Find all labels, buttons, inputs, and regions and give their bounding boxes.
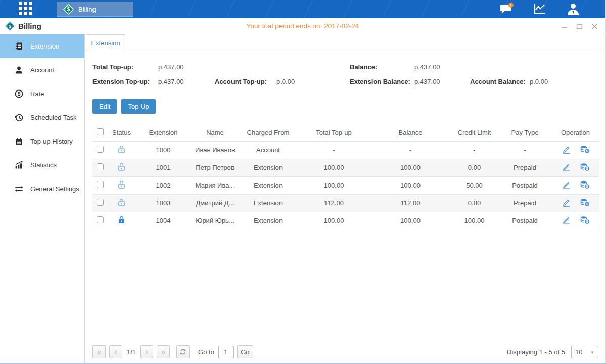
select-all-checkbox[interactable] bbox=[97, 128, 104, 135]
cell-balance: 100.00 bbox=[370, 212, 450, 230]
billing-app-tab[interactable]: $ Billing bbox=[57, 2, 133, 17]
lock-status-icon[interactable] bbox=[118, 145, 126, 154]
top-up-button[interactable]: Top Up bbox=[121, 99, 155, 114]
user-icon[interactable] bbox=[566, 3, 581, 16]
cell-total-top-up: 100.00 bbox=[297, 159, 370, 176]
cell-credit-limit: 50.00 bbox=[450, 176, 498, 194]
account-balance-label: Account Balance: bbox=[470, 78, 530, 85]
lock-status-icon[interactable] bbox=[118, 180, 126, 189]
cell-name: Юрий Юрь... bbox=[191, 212, 239, 230]
cell-name: Петр Петров bbox=[191, 159, 239, 176]
col-total-top-up: Total Top-up bbox=[297, 125, 370, 141]
table-row: 1001 Петр Петров Extension 100.00 100.00… bbox=[92, 159, 599, 176]
billing-app-window: $ Billing ! bbox=[0, 0, 606, 364]
sidebar-item-account[interactable]: Account bbox=[0, 58, 84, 82]
window-title: Billing bbox=[18, 22, 41, 30]
col-operation: Operation bbox=[551, 125, 599, 141]
scheduled-task-icon bbox=[15, 113, 24, 122]
cell-pay-type: Prepaid bbox=[498, 159, 551, 176]
row-checkbox[interactable] bbox=[97, 163, 104, 170]
svg-text:$: $ bbox=[67, 7, 70, 12]
col-status: Status bbox=[108, 125, 135, 141]
sidebar-item-label: Extension bbox=[30, 42, 59, 50]
sidebar-item-label: General Settings bbox=[30, 185, 79, 193]
balance-label: Balance: bbox=[350, 63, 414, 71]
cell-total-top-up: - bbox=[297, 141, 370, 159]
cell-name: Иван Иванов bbox=[191, 141, 239, 159]
tab-label: Extension bbox=[91, 39, 120, 47]
sidebar-item-rate[interactable]: $ Rate bbox=[0, 82, 84, 106]
total-top-up-label: Total Top-up: bbox=[92, 63, 158, 71]
top-up-coins-icon[interactable]: $ bbox=[580, 198, 589, 207]
go-button[interactable]: Go bbox=[237, 345, 253, 358]
minimize-icon[interactable] bbox=[561, 23, 568, 30]
sidebar: Extension Account $ Rate bbox=[0, 34, 85, 363]
cell-total-top-up: 100.00 bbox=[297, 176, 370, 194]
billing-summary: Total Top-up: p.437.00 Balance: p.437.00… bbox=[92, 60, 598, 89]
edit-pencil-icon[interactable] bbox=[562, 145, 571, 154]
cell-pay-type: - bbox=[498, 141, 551, 159]
top-up-coins-icon[interactable]: $ bbox=[580, 145, 589, 154]
cell-extension: 1004 bbox=[135, 212, 191, 230]
cell-charged-from: Extension bbox=[239, 159, 297, 176]
maximize-icon[interactable] bbox=[576, 23, 583, 30]
lock-status-icon[interactable] bbox=[118, 216, 126, 224]
apps-grid-icon[interactable] bbox=[19, 2, 34, 17]
top-up-coins-icon[interactable]: $ bbox=[580, 163, 589, 171]
cell-name: Дмитрий Д... bbox=[191, 194, 239, 212]
sidebar-item-extension[interactable]: Extension bbox=[0, 34, 84, 58]
top-up-coins-icon[interactable]: $ bbox=[580, 216, 589, 224]
close-icon[interactable] bbox=[591, 23, 598, 30]
first-page-icon[interactable] bbox=[92, 345, 106, 358]
account-icon bbox=[15, 66, 24, 74]
next-page-icon[interactable] bbox=[140, 345, 153, 358]
resource-monitor-icon[interactable] bbox=[533, 3, 548, 16]
sidebar-item-label: Top-up History bbox=[30, 138, 73, 145]
tab-extension[interactable]: Extension bbox=[86, 34, 125, 52]
cell-credit-limit: 100.00 bbox=[450, 212, 498, 230]
sidebar-item-scheduled-task[interactable]: Scheduled Task bbox=[0, 106, 84, 129]
edit-pencil-icon[interactable] bbox=[562, 163, 571, 171]
cell-credit-limit: 0.00 bbox=[450, 194, 498, 212]
sidebar-item-label: Scheduled Task bbox=[30, 114, 77, 121]
svg-text:$: $ bbox=[18, 91, 21, 97]
sidebar-item-top-up-history[interactable]: Top-up History bbox=[0, 129, 84, 153]
table-header-row: Status Extension Name Charged From Total… bbox=[92, 125, 599, 141]
app-tab-label: Billing bbox=[78, 6, 96, 13]
row-checkbox[interactable] bbox=[97, 199, 104, 206]
messages-icon[interactable]: ! bbox=[499, 3, 515, 16]
sidebar-item-label: Statistics bbox=[30, 161, 57, 169]
row-checkbox[interactable] bbox=[97, 146, 104, 153]
cell-pay-type: Postpaid bbox=[498, 212, 551, 230]
last-page-icon[interactable] bbox=[157, 345, 170, 358]
sidebar-item-general-settings[interactable]: General Settings bbox=[0, 177, 84, 201]
extension-balance-value: p.437.00 bbox=[414, 78, 470, 85]
sidebar-item-statistics[interactable]: Statistics bbox=[0, 153, 84, 177]
page-indicator: 1/1 bbox=[127, 348, 136, 356]
trial-notice: Your trial period ends on: 2017-02-24 bbox=[0, 22, 605, 30]
prev-page-icon[interactable] bbox=[109, 345, 122, 358]
cell-credit-limit: 0.00 bbox=[450, 159, 498, 176]
table-row: 1002 Мария Ива... Extension 100.00 100.0… bbox=[92, 176, 599, 194]
edit-button[interactable]: Edit bbox=[92, 99, 117, 114]
top-up-coins-icon[interactable]: $ bbox=[580, 180, 589, 189]
edit-pencil-icon[interactable] bbox=[562, 216, 571, 224]
lock-status-icon[interactable] bbox=[118, 163, 126, 171]
col-extension: Extension bbox=[135, 125, 191, 141]
row-checkbox[interactable] bbox=[97, 181, 104, 188]
row-checkbox[interactable] bbox=[97, 216, 104, 223]
edit-pencil-icon[interactable] bbox=[562, 180, 571, 189]
displaying-info: Displaying 1 - 5 of 5 bbox=[507, 348, 565, 356]
refresh-icon[interactable] bbox=[176, 345, 190, 358]
cell-balance: 112.00 bbox=[370, 194, 450, 212]
page-size-select[interactable]: 10 bbox=[571, 346, 598, 358]
extension-icon bbox=[15, 42, 24, 51]
go-to-page-input[interactable] bbox=[218, 346, 234, 358]
sidebar-item-label: Account bbox=[30, 66, 54, 74]
cell-extension: 1001 bbox=[135, 159, 191, 176]
lock-status-icon[interactable] bbox=[118, 198, 126, 207]
edit-pencil-icon[interactable] bbox=[562, 198, 571, 207]
cell-pay-type: Postpaid bbox=[498, 176, 551, 194]
extensions-table: Status Extension Name Charged From Total… bbox=[92, 125, 599, 230]
page-size-value: 10 bbox=[575, 348, 582, 356]
